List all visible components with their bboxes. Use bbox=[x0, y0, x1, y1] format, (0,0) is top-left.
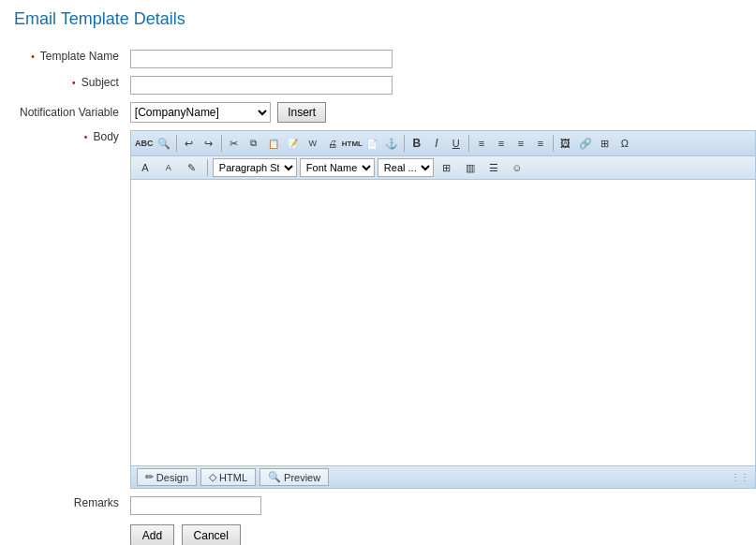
design-tab-label: Design bbox=[156, 472, 188, 483]
bold-btn[interactable]: B bbox=[408, 134, 426, 153]
form-table: • Template Name • Subject Notification V… bbox=[14, 46, 756, 545]
paragraph-style-select[interactable]: Paragraph St... bbox=[213, 158, 297, 177]
font-name-select[interactable]: Font Name bbox=[300, 158, 375, 177]
align-center-icon: ≡ bbox=[498, 138, 504, 149]
cut-icon: ✂ bbox=[230, 138, 238, 150]
notification-variable-input-cell: [CompanyName] [FirstName] [LastName] [Em… bbox=[125, 98, 756, 126]
template-btn[interactable]: 📄 bbox=[363, 134, 381, 153]
html-tab-icon: ◇ bbox=[209, 471, 216, 483]
notification-variable-label-cell: Notification Variable bbox=[14, 98, 125, 126]
justify-btn[interactable]: ≡ bbox=[531, 134, 550, 153]
italic-btn[interactable]: I bbox=[427, 134, 446, 153]
template-name-input[interactable] bbox=[130, 50, 393, 68]
editor-tabs: ✏ Design ◇ HTML 🔍 Preview bbox=[137, 468, 329, 486]
preview-tab-label: Preview bbox=[284, 472, 320, 483]
special-btn[interactable]: Ω bbox=[615, 134, 634, 153]
format-fontsize-down-btn[interactable]: A bbox=[158, 158, 179, 177]
format-row-btn[interactable]: ☰ bbox=[483, 158, 504, 177]
find-btn[interactable]: 🔍 bbox=[155, 134, 173, 153]
toolbar-sep-4 bbox=[468, 135, 469, 152]
subject-input[interactable] bbox=[130, 76, 393, 95]
link-btn[interactable]: ⚓ bbox=[382, 134, 401, 153]
subject-input-cell bbox=[125, 72, 756, 98]
add-button[interactable]: Add bbox=[130, 524, 174, 545]
table-btn[interactable]: ⊞ bbox=[596, 134, 615, 153]
special-icon: Ω bbox=[621, 138, 629, 149]
remarks-input-cell bbox=[125, 493, 756, 519]
align-center-btn[interactable]: ≡ bbox=[492, 134, 511, 153]
editor-container: ABC 🔍 ↩ ↪ ✂ bbox=[130, 130, 756, 489]
align-left-btn[interactable]: ≡ bbox=[472, 134, 491, 153]
tab-html[interactable]: ◇ HTML bbox=[200, 468, 256, 486]
format-fontsize-up-btn[interactable]: A bbox=[135, 158, 156, 177]
html-tab-label: HTML bbox=[219, 472, 247, 483]
source-icon: HTML bbox=[342, 140, 363, 148]
remarks-label-cell: Remarks bbox=[14, 493, 125, 519]
body-label-cell: • Body bbox=[14, 126, 125, 493]
insert-button[interactable]: Insert bbox=[277, 102, 326, 123]
tab-design[interactable]: ✏ Design bbox=[137, 468, 197, 486]
source-btn[interactable]: HTML bbox=[343, 134, 362, 153]
toolbar-sep-1 bbox=[176, 135, 177, 152]
remarks-row: Remarks bbox=[14, 493, 756, 519]
cancel-button[interactable]: Cancel bbox=[182, 524, 241, 545]
font-size-select[interactable]: Real ... bbox=[378, 158, 434, 177]
format-col-btn[interactable]: ▥ bbox=[460, 158, 481, 177]
subject-label-cell: • Subject bbox=[14, 72, 125, 98]
template-name-row: • Template Name bbox=[14, 46, 756, 72]
print-icon: 🖨 bbox=[328, 139, 337, 149]
actions-row: Add Cancel bbox=[14, 519, 756, 545]
undo-btn[interactable]: ↩ bbox=[180, 134, 199, 153]
notification-variable-select[interactable]: [CompanyName] [FirstName] [LastName] [Em… bbox=[130, 102, 271, 123]
toolbar-sep-2 bbox=[221, 135, 222, 152]
format-table-btn[interactable]: ⊞ bbox=[437, 158, 457, 177]
actions-label-cell bbox=[14, 519, 125, 545]
body-row: • Body ABC 🔍 ↩ bbox=[14, 126, 756, 493]
bold-icon: B bbox=[413, 137, 422, 150]
template-name-label: Template Name bbox=[40, 50, 119, 63]
print-btn[interactable]: 🖨 bbox=[323, 134, 342, 153]
format-table-icon: ⊞ bbox=[442, 162, 451, 174]
redo-btn[interactable]: ↪ bbox=[200, 134, 218, 153]
underline-btn[interactable]: U bbox=[447, 134, 466, 153]
paste-word-btn[interactable]: W bbox=[304, 134, 322, 153]
body-label: Body bbox=[93, 130, 118, 143]
copy-btn[interactable]: ⧉ bbox=[245, 134, 263, 153]
format-row-icon: ☰ bbox=[489, 162, 498, 174]
format-extra-btn[interactable]: ✎ bbox=[182, 158, 202, 177]
editor-format-bar: A A ✎ Paragraph St... Font Name bbox=[131, 156, 755, 180]
body-editor-cell: ABC 🔍 ↩ ↪ ✂ bbox=[125, 126, 756, 493]
copy-icon: ⧉ bbox=[250, 138, 257, 149]
fontsize-up-icon: A bbox=[141, 162, 148, 173]
paste-text-btn[interactable]: 📝 bbox=[284, 134, 303, 153]
align-right-btn[interactable]: ≡ bbox=[511, 134, 530, 153]
editor-body[interactable] bbox=[131, 180, 755, 465]
underline-icon: U bbox=[452, 138, 460, 149]
spellcheck-btn[interactable]: ABC bbox=[135, 134, 154, 153]
format-extra-icon: ✎ bbox=[187, 162, 196, 174]
format-smiley-icon: ☺ bbox=[511, 162, 522, 173]
image-btn[interactable]: 🖼 bbox=[556, 134, 575, 153]
hyperlink-btn[interactable]: 🔗 bbox=[576, 134, 595, 153]
undo-icon: ↩ bbox=[185, 138, 193, 150]
format-col-icon: ▥ bbox=[466, 162, 475, 174]
paste-btn[interactable]: 📋 bbox=[264, 134, 283, 153]
paste-text-icon: 📝 bbox=[288, 139, 298, 148]
template-name-label-cell: • Template Name bbox=[14, 46, 125, 72]
design-tab-icon: ✏ bbox=[145, 471, 154, 483]
table-icon: ⊞ bbox=[600, 138, 609, 150]
format-sep-1 bbox=[207, 159, 208, 176]
tab-preview[interactable]: 🔍 Preview bbox=[259, 468, 329, 486]
notification-variable-label: Notification Variable bbox=[20, 106, 119, 119]
cut-btn[interactable]: ✂ bbox=[225, 134, 244, 153]
subject-label: Subject bbox=[82, 76, 119, 89]
find-icon: 🔍 bbox=[157, 138, 170, 150]
remarks-label: Remarks bbox=[74, 496, 119, 509]
required-dot: • bbox=[31, 52, 35, 62]
format-smiley-btn[interactable]: ☺ bbox=[507, 158, 527, 177]
editor-toolbar: ABC 🔍 ↩ ↪ ✂ bbox=[131, 131, 755, 156]
resize-handle[interactable]: ⋮⋮ bbox=[731, 472, 749, 482]
subject-required-dot: • bbox=[72, 78, 76, 88]
remarks-input[interactable] bbox=[130, 496, 261, 515]
paste-word-icon: W bbox=[309, 139, 318, 148]
